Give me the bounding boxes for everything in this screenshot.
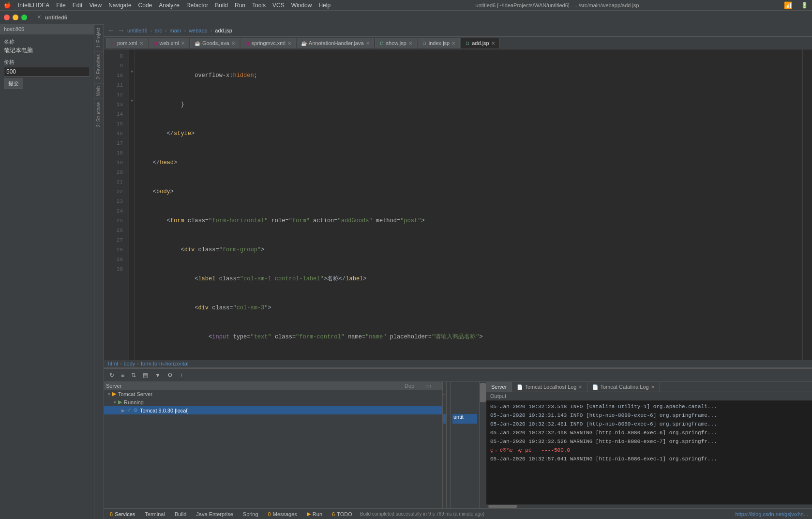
tab-catalina-log[interactable]: 📄 Tomcat Catalina Log ✕ <box>587 382 660 392</box>
line-num-8: 8 <box>110 51 127 61</box>
gutter-mark-20 <box>104 166 110 175</box>
vcs-menu[interactable]: VCS <box>272 2 285 9</box>
help-menu[interactable]: Help <box>318 2 331 9</box>
fold-marker-13[interactable]: ▾ <box>129 98 135 107</box>
services-content: Server Dep ≡↑ ▾ ▶ Tomcat Server ▾ <box>104 382 812 508</box>
tree-tomcat-server[interactable]: ▾ ▶ Tomcat Server <box>104 390 442 398</box>
line-num-17: 17 <box>110 138 127 148</box>
code-content[interactable]: overflow-x:hidden; } </style> </head> <box>135 49 802 360</box>
services-refresh-button[interactable]: ↻ <box>108 371 116 380</box>
breadcrumb-body[interactable]: body <box>123 361 135 366</box>
main-part[interactable]: main <box>170 28 181 33</box>
code-menu[interactable]: Code <box>138 2 152 9</box>
close-localhost-log[interactable]: ✕ <box>578 384 582 390</box>
breadcrumb-form[interactable]: form.form-horizontal <box>141 361 188 366</box>
src-part[interactable]: src <box>155 28 162 33</box>
webapp-part[interactable]: webapp <box>189 28 208 33</box>
run-tab-label: Run <box>313 511 322 517</box>
bottom-tab-java-enterprise[interactable]: Java Enterprise <box>194 511 235 517</box>
close-tab-icon[interactable]: ✕ <box>37 14 41 20</box>
analyze-menu[interactable]: Analyze <box>159 2 180 9</box>
line-num-25: 25 <box>110 216 127 226</box>
project-part[interactable]: untitled6 <box>127 28 148 33</box>
tree-scroll[interactable] <box>480 382 486 508</box>
gutter-mark-19 <box>104 156 110 166</box>
bottom-tab-services[interactable]: 8 Services <box>108 511 137 517</box>
tab-index-jsp[interactable]: 🗋 index.jsp ✕ <box>418 38 460 48</box>
services-settings-button[interactable]: ⚙ <box>166 371 174 380</box>
close-goods-java[interactable]: ✕ <box>231 41 235 46</box>
edit-menu[interactable]: Edit <box>73 2 83 9</box>
close-pom-xml[interactable]: ✕ <box>139 41 143 46</box>
tab-annotation-handler[interactable]: ☕ AnnotationHandler.java ✕ <box>297 38 374 48</box>
tab-pom-xml[interactable]: 🗋 pom.xml ✕ <box>106 38 148 48</box>
view-menu[interactable]: View <box>89 2 102 9</box>
tab-server[interactable]: Server <box>486 382 512 392</box>
gutter-mark-8 <box>104 49 110 59</box>
gutter-mark-21 <box>104 175 110 185</box>
breadcrumb-bar: html › body › form.form-horizontal <box>104 360 812 368</box>
check-icon: ✓ <box>127 407 131 413</box>
tab-show-jsp[interactable]: 🗋 show.jsp ✕ <box>375 38 417 48</box>
run-menu[interactable]: Run <box>235 2 245 9</box>
window-menu[interactable]: Window <box>291 2 312 9</box>
services-move-button[interactable]: ⇅ <box>130 371 137 380</box>
price-input[interactable] <box>4 67 90 76</box>
bottom-tab-run[interactable]: ▶ Run <box>305 511 324 517</box>
build-menu[interactable]: Build <box>215 2 228 9</box>
vertical-tabs: 1: Project 2: Favorites Web 2: Structure <box>94 24 104 519</box>
file-menu[interactable]: File <box>56 2 65 9</box>
bottom-tab-build[interactable]: Build <box>173 511 188 517</box>
bottom-tab-messages[interactable]: 0 Messages <box>266 511 299 517</box>
app-name-menu[interactable]: IntelliJ IDEA <box>18 2 49 9</box>
breadcrumb-html[interactable]: html <box>108 361 118 366</box>
catalina-log-label: Tomcat Catalina Log <box>600 384 648 390</box>
bottom-tab-terminal[interactable]: Terminal <box>143 511 167 517</box>
running-icon: ▶ <box>118 399 122 405</box>
tree-tomcat-instance[interactable]: ▶ ✓ ⚙ Tomcat 9.0.30 [local] <box>104 406 442 414</box>
services-add-button[interactable]: + <box>178 371 184 380</box>
favorites-tab[interactable]: 2: Favorites <box>94 51 104 82</box>
tab-goods-java[interactable]: ☕ Goods.java ✕ <box>190 38 240 48</box>
submit-button[interactable]: 提交 <box>4 78 23 89</box>
price-label: 价格 <box>4 59 90 66</box>
refactor-menu[interactable]: Refactor <box>186 2 208 9</box>
fold-marker-10[interactable]: ▾ <box>129 69 135 78</box>
tree-running[interactable]: ▾ ▶ Running <box>104 398 442 406</box>
tab-localhost-log[interactable]: 📄 Tomcat Localhost Log ✕ <box>512 382 587 392</box>
apple-menu[interactable]: 🍎 <box>4 2 11 9</box>
project-tab[interactable]: 1: Project <box>94 24 104 51</box>
server-tab-label: Server <box>491 384 507 390</box>
log-scroll-thumb <box>488 505 517 508</box>
close-annotation-handler[interactable]: ✕ <box>366 41 370 46</box>
log-line-7: 05-Jan-2020 10:32:57.041 WARNING [http-n… <box>490 455 808 463</box>
structure-tab[interactable]: 2: Structure <box>94 99 104 130</box>
name-value: 笔记本电脑 <box>4 46 90 55</box>
minimize-window-button[interactable] <box>13 15 18 20</box>
bottom-tab-spring[interactable]: Spring <box>241 511 260 517</box>
close-window-button[interactable] <box>4 15 10 20</box>
close-springmvc-xml[interactable]: ✕ <box>287 41 291 46</box>
java-enterprise-tab-label: Java Enterprise <box>196 511 233 517</box>
tab-web-xml[interactable]: 🗋 web.xml ✕ <box>149 38 189 48</box>
tools-menu[interactable]: Tools <box>252 2 266 9</box>
services-filter-button[interactable]: ▼ <box>153 371 162 380</box>
tab-springmvc-xml[interactable]: 🗋 springmvc.xml ✕ <box>241 38 296 48</box>
close-show-jsp[interactable]: ✕ <box>408 41 412 46</box>
tab-add-jsp[interactable]: 🗋 add.jsp ✕ <box>461 38 499 48</box>
web-tab[interactable]: Web <box>94 83 104 99</box>
close-web-xml[interactable]: ✕ <box>181 41 185 46</box>
log-content[interactable]: 05-Jan-2020 10:32:23.518 INFO [Catalina-… <box>486 400 812 504</box>
nav-forward-button[interactable]: → <box>118 27 124 34</box>
nav-back-button[interactable]: ← <box>108 27 115 34</box>
maximize-window-button[interactable] <box>21 15 27 20</box>
navigate-menu[interactable]: Navigate <box>108 2 131 9</box>
services-collapse-button[interactable]: ≡ <box>120 371 126 380</box>
log-scrollbar[interactable] <box>486 504 812 508</box>
services-group-button[interactable]: ▤ <box>141 371 150 380</box>
close-add-jsp[interactable]: ✕ <box>491 41 495 46</box>
close-index-jsp[interactable]: ✕ <box>451 41 455 46</box>
close-catalina-log[interactable]: ✕ <box>651 384 655 390</box>
bottom-tab-todo[interactable]: 6 TODO <box>330 511 354 517</box>
code-line-15: <label class="col-sm-1 control-label">名称… <box>139 274 798 284</box>
